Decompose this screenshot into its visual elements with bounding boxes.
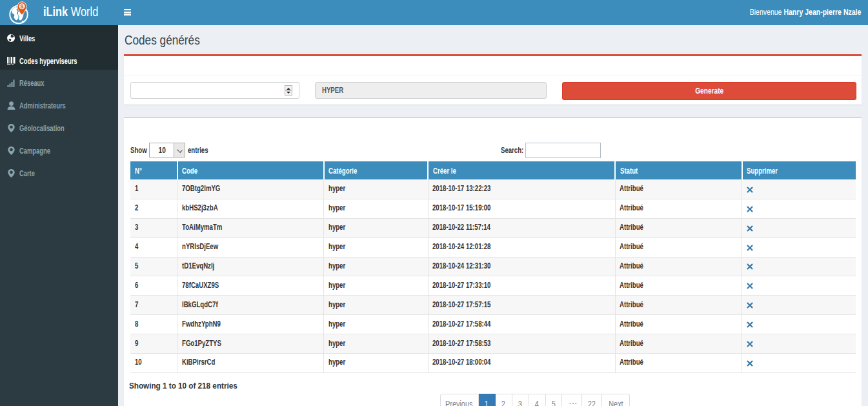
svg-text:$: $ (20, 3, 23, 10)
